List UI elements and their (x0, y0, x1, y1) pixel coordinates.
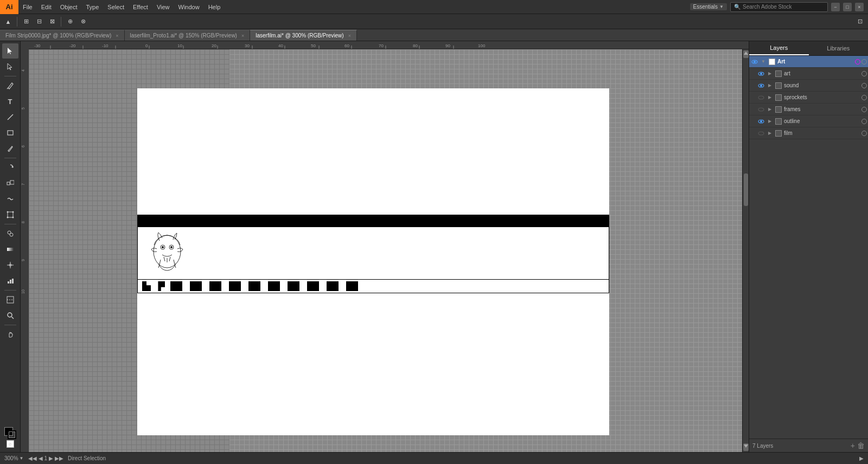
symbol-icon[interactable]: ⊗ (77, 16, 89, 28)
scrollbar-up-arrow[interactable] (743, 50, 749, 58)
color-controls: ⊘ (4, 427, 16, 450)
svg-text:50: 50 (311, 43, 316, 48)
free-transform-tool[interactable] (2, 207, 18, 222)
artboard-tool-icon[interactable]: ⊞ (20, 16, 32, 28)
fill-stroke-control[interactable] (4, 427, 16, 439)
layer-row-sound[interactable]: ▶ sound (749, 80, 868, 92)
sprocket-hole (268, 281, 280, 291)
prev-frame-button[interactable]: ◀ (39, 455, 43, 461)
document-canvas[interactable] (29, 49, 749, 452)
chart-tool[interactable] (2, 273, 18, 288)
delete-layer-button[interactable]: 🗑 (857, 441, 865, 450)
warp-tool[interactable] (2, 191, 18, 207)
menu-file[interactable]: File (18, 0, 37, 14)
slice-tool[interactable] (2, 292, 18, 307)
tab-close-icon[interactable]: × (348, 33, 351, 38)
mesh-tool[interactable] (2, 257, 18, 273)
minimize-button[interactable]: − (831, 3, 840, 11)
menu-type[interactable]: Type (82, 0, 104, 14)
menu-effect[interactable]: Effect (129, 0, 152, 14)
canvas-area[interactable]: -30 -20 -10 0 10 20 30 40 50 60 70 80 90… (21, 41, 749, 452)
zoom-control[interactable]: 300% ▼ (4, 455, 24, 461)
paintbrush-tool[interactable] (2, 141, 18, 156)
menu-edit[interactable]: Edit (37, 0, 56, 14)
svg-text:10: 10 (177, 43, 182, 48)
rotate-tool[interactable] (2, 160, 18, 175)
zoom-tool[interactable] (2, 308, 18, 323)
align-icon[interactable]: ⊟ (33, 16, 45, 28)
layer-visibility-icon[interactable] (757, 129, 765, 138)
scrollbar-thumb[interactable] (744, 173, 748, 206)
direct-selection-tool[interactable] (2, 59, 18, 74)
maximize-button[interactable]: □ (843, 3, 852, 11)
layer-visibility-icon[interactable] (750, 57, 759, 66)
tab-libraries[interactable]: Libraries (809, 41, 869, 55)
prev-page-button[interactable]: ◀◀ (28, 455, 37, 461)
layer-expand-icon[interactable]: ▼ (760, 57, 767, 66)
layer-expand-icon[interactable]: ▶ (767, 93, 773, 102)
add-layer-button[interactable]: + (851, 441, 855, 450)
gradient-tool[interactable] (2, 242, 18, 257)
menu-object[interactable]: Object (56, 0, 82, 14)
layer-visibility-icon[interactable] (757, 81, 765, 90)
workspace-label: Essentials (693, 4, 718, 10)
layer-visibility-icon[interactable] (757, 69, 765, 78)
tab-layers[interactable]: Layers (749, 41, 809, 55)
scrollbar-down-arrow[interactable] (743, 443, 749, 451)
layer-expand-icon[interactable]: ▶ (767, 117, 773, 126)
tab-close-icon[interactable]: × (116, 33, 118, 38)
panel-actions: + 🗑 (851, 441, 865, 450)
workspace-dropdown[interactable]: Essentials ▼ (690, 3, 727, 10)
tools-panel: T (0, 41, 21, 452)
layer-row-outline[interactable]: ▶ outline (749, 115, 868, 127)
screen-mode-icon[interactable]: ⊡ (854, 16, 866, 28)
layer-visibility-icon[interactable] (757, 117, 765, 126)
type-tool[interactable]: T (2, 94, 18, 109)
next-frame-button[interactable]: ▶ (49, 455, 53, 461)
line-tool[interactable] (2, 109, 18, 125)
layer-row-art[interactable]: ▶ art (749, 68, 868, 80)
layer-expand-icon[interactable]: ▶ (767, 81, 773, 90)
top-bar-right: Essentials ▼ 🔍 Search Adobe Stock − □ × (690, 2, 869, 12)
layer-row-sprockets[interactable]: ▶ sprockets (749, 92, 868, 104)
hand-tool[interactable] (2, 327, 18, 342)
layer-expand-icon[interactable]: ▶ (767, 129, 773, 138)
none-swatch[interactable]: ⊘ (7, 440, 14, 448)
rect-tool[interactable] (2, 125, 18, 140)
tab-laserfilm[interactable]: laserfilm.ai* @ 300% (RGB/Preview) × (250, 30, 357, 41)
menu-select[interactable]: Select (103, 0, 129, 14)
layer-row-frames[interactable]: ▶ frames (749, 104, 868, 115)
arrange-icon[interactable]: ⊠ (46, 16, 58, 28)
tab-close-icon[interactable]: × (241, 33, 244, 38)
toolbar: ▲ ⊞ ⊟ ⊠ ⊕ ⊗ ⊡ (0, 14, 868, 29)
menu-view[interactable]: View (152, 0, 174, 14)
next-page-button[interactable]: ▶▶ (55, 455, 63, 461)
layer-visibility-icon[interactable] (757, 93, 765, 102)
layer-name-sound: sound (784, 82, 860, 88)
menu-window[interactable]: Window (174, 0, 204, 14)
stock-search-box[interactable]: 🔍 Search Adobe Stock (730, 2, 828, 12)
transform-icon[interactable]: ⊕ (64, 16, 76, 28)
layer-type-icon (775, 94, 782, 101)
layer-expand-icon[interactable]: ▶ (767, 105, 773, 114)
close-button[interactable]: × (855, 3, 864, 11)
scale-tool[interactable] (2, 176, 18, 191)
tab-label: laserfilm.ai* @ 300% (RGB/Preview) (256, 33, 343, 38)
layer-circle (861, 107, 867, 112)
layer-row-Art[interactable]: ▼ Art (749, 56, 868, 68)
layer-visibility-icon[interactable] (757, 105, 765, 114)
shape-builder-tool[interactable] (2, 226, 18, 241)
tab-filmstrip[interactable]: Film Strip0000.jpg* @ 100% (RGB/Preview)… (0, 30, 125, 41)
svg-text:-10: -10 (102, 43, 108, 48)
layer-row-film[interactable]: ▶ film (749, 127, 868, 139)
selection-tool-icon[interactable]: ▲ (2, 16, 14, 28)
pen-tool[interactable] (2, 78, 18, 93)
main-layout: T (0, 41, 868, 452)
layer-name-art-group: Art (777, 59, 854, 65)
menu-help[interactable]: Help (204, 0, 225, 14)
layer-expand-icon[interactable]: ▶ (767, 69, 773, 78)
svg-point-76 (758, 132, 764, 135)
vertical-scrollbar[interactable] (742, 49, 749, 452)
tab-laserfilm-proto[interactable]: laserfilm_Proto1.ai* @ 150% (RGB/Preview… (125, 30, 251, 41)
selection-tool[interactable] (2, 43, 18, 59)
